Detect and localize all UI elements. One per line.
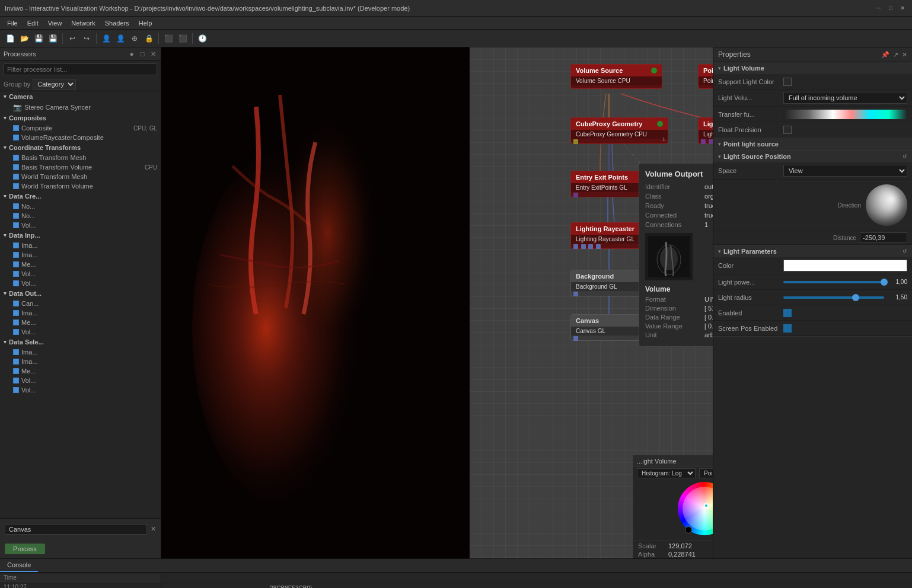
panel-close[interactable]: ✕ xyxy=(149,50,157,58)
proc-checkbox-can1[interactable] xyxy=(13,301,19,306)
proc-item-ima4[interactable]: Ima... xyxy=(0,347,161,357)
tb-new[interactable]: 📄 xyxy=(4,32,17,45)
proc-checkbox-no2[interactable] xyxy=(13,213,19,219)
prop-icon-pin[interactable]: 📌 xyxy=(881,51,889,59)
panel-icon-1[interactable]: ● xyxy=(127,50,136,58)
node-cube-proxy[interactable]: CubeProxy Geometry CubeProxy Geometry CP… xyxy=(570,117,668,144)
proc-item-world-mesh[interactable]: World Transform Mesh xyxy=(0,172,161,181)
node-out-port-cp[interactable] xyxy=(657,121,663,127)
proc-item-world-vol[interactable]: World Transform Volume xyxy=(0,181,161,191)
proc-checkbox-vol6[interactable] xyxy=(13,387,19,393)
tb-btn2[interactable]: 👤 xyxy=(114,32,127,45)
proc-checkbox-ima5[interactable] xyxy=(13,359,19,365)
canvas-name-input[interactable] xyxy=(5,524,147,535)
node-point-light[interactable]: Point light source Point light source CP… xyxy=(698,64,713,89)
prop-select-light-vol[interactable]: Full of incoming volume xyxy=(783,92,907,104)
tb-btn3[interactable]: ⊕ xyxy=(128,32,141,45)
proc-checkbox-vol1[interactable] xyxy=(13,222,19,228)
tb-redo[interactable]: ↪ xyxy=(80,32,93,45)
tb-btn5[interactable]: ⬛ xyxy=(162,32,175,45)
minimize-button[interactable]: ─ xyxy=(874,4,884,13)
tb-btn1[interactable]: 👤 xyxy=(100,32,113,45)
tb-save[interactable]: 💾 xyxy=(32,32,45,45)
proc-item-volraycaster[interactable]: VolumeRaycasterComposite xyxy=(0,133,161,142)
proc-item-me2[interactable]: Me... xyxy=(0,318,161,327)
proc-checkbox-vol2[interactable] xyxy=(13,271,19,277)
proc-checkbox-me3[interactable] xyxy=(13,368,19,374)
light-radius-slider[interactable] xyxy=(783,296,884,299)
canvas-close-icon[interactable]: ✕ xyxy=(151,525,156,533)
proc-item-ima2[interactable]: Ima... xyxy=(0,250,161,260)
proc-checkbox-me1[interactable] xyxy=(13,261,19,267)
color-wheel-wrapper[interactable] xyxy=(678,482,713,538)
node-out-port[interactable] xyxy=(651,68,657,74)
proc-category-datainp[interactable]: Data Inp... xyxy=(0,230,161,241)
console-right-row-1[interactable] xyxy=(161,573,912,583)
tf-pointmove-select[interactable]: Point Movement: Free xyxy=(699,468,713,478)
console-tab[interactable]: Console xyxy=(0,559,38,572)
proc-item-composite[interactable]: Composite CPU, GL xyxy=(0,123,161,133)
proc-checkbox-ima4[interactable] xyxy=(13,349,19,355)
proc-checkbox-vol3[interactable] xyxy=(13,280,19,286)
prop-reset-lp[interactable]: ↺ xyxy=(903,248,907,254)
tb-btn6[interactable]: ⬛ xyxy=(176,32,189,45)
prop-section-header-lv[interactable]: ▾ Light Volume xyxy=(713,62,912,74)
proc-item-vol2[interactable]: Vol... xyxy=(0,269,161,279)
tb-undo[interactable]: ↩ xyxy=(66,32,79,45)
proc-category-dataout[interactable]: Data Out... xyxy=(0,288,161,299)
color-swatch[interactable] xyxy=(783,260,907,271)
prop-icon-close[interactable]: ✕ xyxy=(902,51,907,59)
tb-open[interactable]: 📂 xyxy=(18,32,31,45)
prop-section-header-lsp[interactable]: ▾ Light Source Position ↺ xyxy=(713,151,912,162)
proc-item-stereo-camera[interactable]: 📷 Stereo Camera Syncer xyxy=(0,102,161,113)
prop-icon-pin2[interactable]: ↗ xyxy=(893,51,898,59)
light-power-slider[interactable] xyxy=(783,281,884,283)
group-by-select[interactable]: Category xyxy=(33,79,76,90)
proc-category-camera[interactable]: Camera xyxy=(0,91,161,102)
proc-checkbox-basis-mesh[interactable] xyxy=(13,155,19,161)
menu-network[interactable]: Network xyxy=(66,18,100,28)
proc-item-me3[interactable]: Me... xyxy=(0,366,161,376)
proc-item-ima3[interactable]: Ima... xyxy=(0,308,161,318)
proc-item-no2[interactable]: No... xyxy=(0,211,161,220)
menu-view[interactable]: View xyxy=(43,18,67,28)
proc-checkbox-no1[interactable] xyxy=(13,203,19,209)
proc-item-vol5[interactable]: Vol... xyxy=(0,376,161,385)
tb-clock[interactable]: 🕐 xyxy=(196,32,209,45)
proc-checkbox-vol4[interactable] xyxy=(13,329,19,335)
proc-item-ima5[interactable]: Ima... xyxy=(0,357,161,366)
node-light-volume[interactable]: Light Volume Light Volume GL 1 xyxy=(698,117,713,144)
proc-item-can1[interactable]: Can... xyxy=(0,299,161,308)
prop-checkbox-support-light[interactable] xyxy=(783,78,792,86)
light-power-thumb[interactable] xyxy=(881,279,888,286)
prop-checkbox-float-prec[interactable] xyxy=(783,126,792,134)
menu-file[interactable]: File xyxy=(2,18,23,28)
proc-category-datasele[interactable]: Data Sele... xyxy=(0,337,161,347)
maximize-button[interactable]: □ xyxy=(886,4,895,13)
tf-colorbar[interactable] xyxy=(783,110,907,119)
proc-checkbox[interactable] xyxy=(13,125,19,131)
proc-category-coord[interactable]: Coordinate Transforms xyxy=(0,142,161,153)
tb-save-as[interactable]: 💾 xyxy=(46,32,59,45)
process-button[interactable]: Process xyxy=(5,544,45,554)
proc-item-ima1[interactable]: Ima... xyxy=(0,241,161,250)
proc-category-datacre[interactable]: Data Cre... xyxy=(0,191,161,202)
light-sphere[interactable] xyxy=(866,184,907,226)
proc-item-basis-vol[interactable]: Basis Transform Volume CPU xyxy=(0,162,161,172)
proc-item-vol1[interactable]: Vol... xyxy=(0,220,161,230)
close-button[interactable]: ✕ xyxy=(898,4,907,13)
prop-checkbox-enabled[interactable] xyxy=(783,309,792,317)
proc-checkbox-ima3[interactable] xyxy=(13,310,19,316)
proc-checkbox-ima2[interactable] xyxy=(13,252,19,258)
prop-section-header-pl[interactable]: ▾ Point light source xyxy=(713,138,912,150)
proc-checkbox-me2[interactable] xyxy=(13,319,19,325)
proc-checkbox-world-mesh[interactable] xyxy=(13,174,19,180)
proc-checkbox-basis-vol[interactable] xyxy=(13,164,19,170)
menu-edit[interactable]: Edit xyxy=(23,18,43,28)
proc-item-vol3[interactable]: Vol... xyxy=(0,279,161,288)
proc-item-basis-mesh[interactable]: Basis Transform Mesh xyxy=(0,153,161,162)
proc-checkbox-world-vol[interactable] xyxy=(13,183,19,189)
console-right-row-2[interactable]: ––28CB8E53CB0) xyxy=(161,583,912,588)
console-row-1[interactable]: 11:10:27... xyxy=(0,582,161,588)
proc-item-me1[interactable]: Me... xyxy=(0,260,161,269)
